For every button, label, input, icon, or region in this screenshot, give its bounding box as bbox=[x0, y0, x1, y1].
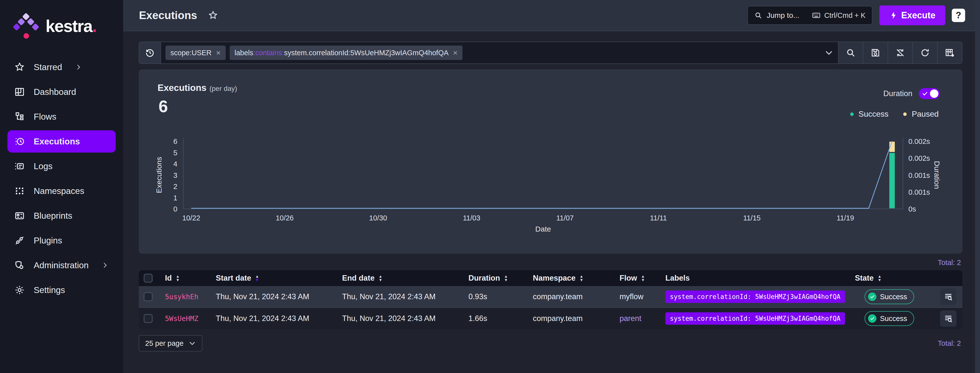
svg-text:3: 3 bbox=[173, 171, 177, 179]
duration-cell-text: 0.93s bbox=[468, 292, 487, 301]
refresh-button[interactable] bbox=[912, 42, 937, 63]
select-all-checkbox[interactable] bbox=[144, 274, 153, 283]
sort-arrows-icon[interactable]: ▲▼ bbox=[176, 275, 180, 282]
sidebar-item-flows[interactable]: Flows bbox=[8, 105, 116, 128]
column-header-label: Duration bbox=[468, 274, 500, 283]
column-header-duration[interactable]: Duration▲▼ bbox=[462, 274, 527, 283]
kestra-logo-text: kestra. bbox=[46, 17, 96, 35]
end-date-cell: Thu, Nov 21, 2024 2:43 AM bbox=[336, 314, 462, 323]
log-search-button[interactable] bbox=[940, 310, 956, 327]
jump-to-placeholder: Jump to... bbox=[767, 11, 799, 19]
filter-input[interactable]: scope:USER×labels:contains:system.correl… bbox=[161, 42, 820, 63]
sidebar-item-administration[interactable]: Administration bbox=[8, 254, 116, 276]
column-header-end-date[interactable]: End date▲▼ bbox=[336, 274, 462, 283]
chevron-right-icon bbox=[102, 262, 108, 269]
search-button[interactable] bbox=[838, 42, 863, 63]
sidebar-item-starred[interactable]: Starred bbox=[8, 56, 116, 78]
legend-item-paused[interactable]: Paused bbox=[903, 110, 939, 119]
close-icon[interactable]: × bbox=[216, 49, 221, 57]
svg-text:Executions: Executions bbox=[155, 157, 163, 193]
execution-id-link[interactable]: 5WsUeHMZ bbox=[159, 314, 209, 323]
sidebar-item-blueprints[interactable]: Blueprints bbox=[8, 205, 116, 227]
labels-cell: system.correlationId: 5WsUeHMZj3wIAGmQ4h… bbox=[659, 290, 848, 303]
flow-link-text[interactable]: myflow bbox=[620, 292, 643, 301]
filter-chip[interactable]: labels:contains:system.correlationId:5Ws… bbox=[230, 46, 463, 60]
auto-refresh-off-button[interactable] bbox=[888, 42, 912, 63]
filter-history-button[interactable] bbox=[139, 42, 161, 63]
sidebar-nav: StarredDashboardFlowsExecutionsLogsNames… bbox=[0, 56, 123, 301]
chevron-down-icon bbox=[824, 48, 834, 57]
sidebar-item-settings[interactable]: Settings bbox=[8, 279, 116, 301]
close-icon[interactable]: × bbox=[453, 49, 458, 57]
column-header-start-date[interactable]: Start date▲▼ bbox=[209, 274, 336, 283]
search-icon bbox=[754, 11, 762, 19]
column-header-labels[interactable]: Labels bbox=[659, 274, 848, 283]
filter-chip[interactable]: scope:USER× bbox=[165, 46, 226, 60]
legend-dot bbox=[903, 113, 907, 116]
executions-icon bbox=[14, 136, 25, 147]
execute-button[interactable]: Execute bbox=[880, 5, 945, 25]
row-checkbox[interactable] bbox=[144, 292, 153, 301]
column-header-namespace[interactable]: Namespace▲▼ bbox=[527, 274, 613, 283]
kestra-logo[interactable]: kestra. bbox=[0, 0, 123, 40]
column-header-label: End date bbox=[342, 274, 375, 283]
success-check-icon bbox=[868, 314, 877, 323]
execution-id-link-text[interactable]: 5usykhEh bbox=[165, 293, 199, 301]
namespace-cell-text: company.team bbox=[533, 314, 583, 323]
sidebar-item-logs[interactable]: Logs bbox=[8, 155, 116, 177]
help-button[interactable]: ? bbox=[952, 9, 965, 22]
execution-id-link-text[interactable]: 5WsUeHMZ bbox=[165, 314, 199, 323]
duration-toggle[interactable] bbox=[919, 88, 940, 99]
sidebar-item-plugins[interactable]: Plugins bbox=[8, 229, 116, 252]
sort-arrows-icon[interactable]: ▲▼ bbox=[878, 275, 881, 282]
auto-refresh-off-icon bbox=[895, 48, 905, 58]
check-icon bbox=[870, 316, 875, 321]
flow-link[interactable]: myflow bbox=[613, 292, 659, 301]
sort-arrows-icon[interactable]: ▲▼ bbox=[579, 275, 583, 282]
filter-dropdown-toggle[interactable] bbox=[820, 42, 838, 63]
status-badge-success: Success bbox=[865, 289, 914, 304]
row-checkbox[interactable] bbox=[144, 314, 153, 323]
sort-arrows-icon[interactable]: ▲▼ bbox=[255, 275, 259, 282]
end-date-cell: Thu, Nov 21, 2024 2:43 AM bbox=[336, 292, 462, 301]
column-header-id[interactable]: Id▲▼ bbox=[159, 274, 209, 283]
save-button[interactable] bbox=[863, 42, 888, 63]
flow-link[interactable]: parent bbox=[613, 314, 659, 323]
sidebar-item-label: Starred bbox=[34, 62, 62, 72]
sidebar-item-dashboard[interactable]: Dashboard bbox=[8, 81, 116, 103]
per-page-select[interactable]: 25 per page bbox=[139, 335, 202, 351]
sort-arrows-icon[interactable]: ▲▼ bbox=[504, 275, 508, 282]
sidebar-item-namespaces[interactable]: Namespaces bbox=[8, 180, 116, 202]
flow-link-text[interactable]: parent bbox=[620, 314, 641, 323]
search-icon bbox=[846, 48, 856, 58]
column-header-flow[interactable]: Flow▲▼ bbox=[613, 274, 659, 283]
main: Executions Jump to... Ctrl/Cmd + K Execu… bbox=[123, 0, 980, 373]
table-row[interactable]: 5usykhEhThu, Nov 21, 2024 2:43 AMThu, No… bbox=[139, 286, 963, 307]
success-check-icon bbox=[868, 292, 877, 301]
svg-text:1: 1 bbox=[173, 194, 177, 202]
table-row[interactable]: 5WsUeHMZThu, Nov 21, 2024 2:43 AMThu, No… bbox=[139, 307, 963, 329]
execution-id-link[interactable]: 5usykhEh bbox=[159, 292, 209, 301]
app: kestra. StarredDashboardFlowsExecutionsL… bbox=[0, 0, 980, 373]
sidebar-item-executions[interactable]: Executions bbox=[8, 130, 116, 152]
sort-arrows-icon[interactable]: ▲▼ bbox=[379, 275, 382, 282]
start-date-cell-text: Thu, Nov 21, 2024 2:43 AM bbox=[216, 292, 309, 301]
chart-card-title: Executions(per day) bbox=[158, 83, 237, 93]
label-pill[interactable]: system.correlationId: 5WsUeHMZj3wIAGmQ4h… bbox=[665, 290, 845, 303]
favorite-star-icon[interactable] bbox=[208, 10, 218, 20]
sidebar: kestra. StarredDashboardFlowsExecutionsL… bbox=[0, 0, 123, 373]
legend-item-success[interactable]: Success bbox=[850, 110, 889, 119]
state-cell: Success bbox=[848, 289, 930, 304]
table-total-bottom: Total: 2 bbox=[938, 339, 961, 348]
column-header-state[interactable]: State▲▼ bbox=[848, 274, 930, 283]
scrollbar[interactable] bbox=[975, 0, 980, 373]
jump-to-search[interactable]: Jump to... Ctrl/Cmd + K bbox=[748, 6, 872, 25]
namespace-cell: company.team bbox=[527, 292, 613, 301]
svg-text:0.002s: 0.002s bbox=[908, 154, 930, 162]
svg-text:10/30: 10/30 bbox=[369, 214, 387, 222]
log-search-button[interactable] bbox=[940, 289, 956, 305]
label-pill[interactable]: system.correlationId: 5WsUeHMZj3wIAGmQ4h… bbox=[665, 312, 845, 325]
table-settings-button[interactable] bbox=[937, 42, 962, 63]
sort-arrows-icon[interactable]: ▲▼ bbox=[641, 275, 645, 282]
namespace-cell-text: company.team bbox=[533, 292, 583, 301]
